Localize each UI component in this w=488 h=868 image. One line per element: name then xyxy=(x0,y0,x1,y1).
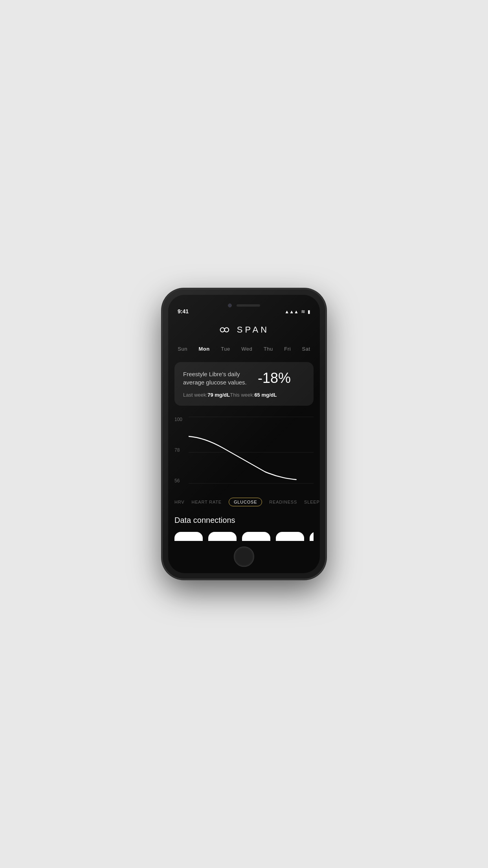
day-fri[interactable]: Fri xyxy=(281,344,294,353)
oura-icon xyxy=(208,532,237,541)
y-label-56: 56 xyxy=(174,478,182,484)
y-label-100: 100 xyxy=(174,417,182,422)
last-week-value: 79 mg/dL xyxy=(207,392,230,398)
metric-tabs[interactable]: HRV HEART RATE GLUCOSE READINESS SLEEP W… xyxy=(168,491,320,513)
tab-hrv[interactable]: HRV xyxy=(174,498,184,506)
libre-icon xyxy=(276,532,304,541)
data-connections-section: Data connections xyxy=(168,513,320,541)
front-camera xyxy=(228,303,232,307)
day-mon[interactable]: Mon xyxy=(196,344,213,353)
this-week-label: This week: xyxy=(230,392,254,398)
phone-screen: 9:41 ▲▲▲ ≋ ▮ SPAN Sun Mon xyxy=(168,295,320,573)
gridline-56 xyxy=(189,483,314,484)
chart-y-labels: 100 78 56 xyxy=(174,413,182,491)
this-week-value: 65 mg/dL xyxy=(254,392,277,398)
svg-rect-0 xyxy=(180,537,197,541)
home-button[interactable] xyxy=(234,546,254,567)
y-label-78: 78 xyxy=(174,447,182,453)
day-sat[interactable]: Sat xyxy=(299,344,314,353)
connection-23andme[interactable]: 23andMe xyxy=(310,532,314,541)
phone-top-bar xyxy=(228,303,260,307)
tab-sleep[interactable]: SLEEP xyxy=(304,498,319,506)
tab-glucose[interactable]: GLUCOSE xyxy=(229,498,262,506)
libre-icon-wrapper xyxy=(276,532,304,541)
app-logo: SPAN xyxy=(219,325,269,335)
stats-card: Freestyle Libre's daily average glucose … xyxy=(174,362,314,406)
oura-svg xyxy=(214,537,231,541)
day-wed[interactable]: Wed xyxy=(238,344,255,353)
gridline-100 xyxy=(189,417,314,417)
connection-oura[interactable]: Oura xyxy=(208,532,237,541)
app-name: SPAN xyxy=(237,325,269,335)
libre-svg xyxy=(281,537,299,541)
app-header: SPAN xyxy=(168,318,320,341)
oura-icon-wrapper xyxy=(208,532,237,541)
svg-rect-4 xyxy=(248,537,265,541)
whoop-icon-wrapper: w xyxy=(242,532,270,541)
23andme-icon-wrapper xyxy=(310,532,314,541)
23andme-icon xyxy=(310,532,314,541)
tab-heart-rate[interactable]: HEART RATE xyxy=(191,498,221,506)
connections-grid: Apple Health xyxy=(174,532,314,541)
stats-header: Freestyle Libre's daily average glucose … xyxy=(183,370,305,392)
tab-readiness[interactable]: READINESS xyxy=(269,498,297,506)
app-content: SPAN Sun Mon Tue Wed Thu Fri Sat Freesty… xyxy=(168,318,320,541)
data-connections-title: Data connections xyxy=(174,516,314,525)
apple-health-icon-wrapper xyxy=(174,532,203,541)
earpiece-speaker xyxy=(237,304,260,307)
chart-area: 100 78 56 xyxy=(168,413,320,491)
gridline-78 xyxy=(189,452,314,452)
svg-rect-7 xyxy=(281,537,299,541)
connection-libre[interactable]: Libre CGM xyxy=(276,532,304,541)
stats-percentage: -18% xyxy=(258,370,291,386)
connection-apple-health[interactable]: Apple Health xyxy=(174,532,203,541)
infinity-icon xyxy=(219,326,233,334)
last-week-label: Last week: xyxy=(183,392,207,398)
battery-icon: ▮ xyxy=(308,309,310,314)
whoop-svg: w xyxy=(248,537,265,541)
day-tue[interactable]: Tue xyxy=(218,344,233,353)
phone-device: 9:41 ▲▲▲ ≋ ▮ SPAN Sun Mon xyxy=(163,289,325,579)
chart-svg-container xyxy=(189,413,314,491)
day-thu[interactable]: Thu xyxy=(261,344,276,353)
stats-values: Last week: 79 mg/dL This week: 65 mg/dL xyxy=(183,392,305,398)
whoop-icon: w xyxy=(242,532,270,541)
stats-description: Freestyle Libre's daily average glucose … xyxy=(183,370,262,386)
status-time: 9:41 xyxy=(178,308,189,314)
signal-icon: ▲▲▲ xyxy=(284,309,299,314)
day-selector[interactable]: Sun Mon Tue Wed Thu Fri Sat xyxy=(168,341,320,359)
heart-svg xyxy=(180,537,197,541)
connection-whoop[interactable]: w Whoop xyxy=(242,532,270,541)
svg-rect-1 xyxy=(214,537,231,541)
day-sun[interactable]: Sun xyxy=(174,344,191,353)
wifi-icon: ≋ xyxy=(301,309,305,314)
status-icons: ▲▲▲ ≋ ▮ xyxy=(284,309,310,314)
apple-health-icon xyxy=(174,532,203,541)
